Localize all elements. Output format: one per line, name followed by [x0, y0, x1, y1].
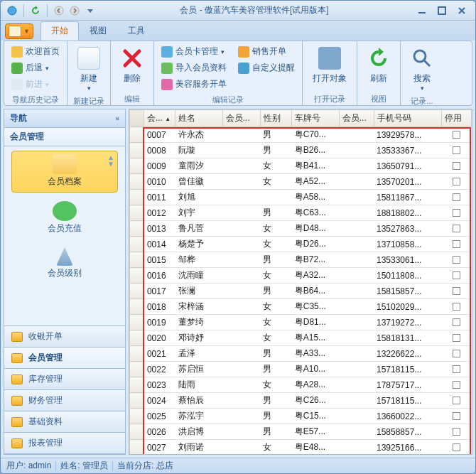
checkbox[interactable] [453, 443, 460, 451]
checkbox[interactable] [453, 256, 460, 264]
table-row[interactable]: 0010曾佳徽女粤A52...13570201... [130, 174, 472, 190]
checkbox[interactable] [453, 397, 460, 404]
table-row[interactable]: 0025苏泓宇男粤C15...13660022... [130, 409, 472, 424]
column-header[interactable]: 姓名 [175, 110, 222, 127]
new-button[interactable]: 新建 ▾ [72, 44, 106, 93]
import-button[interactable]: 导入会员资料 [158, 60, 229, 75]
column-header[interactable]: 性别 [260, 110, 291, 127]
row-header[interactable] [130, 158, 144, 174]
table-row[interactable]: 0016沈雨瞳女粤A32...15011808... [130, 268, 472, 284]
tab-view[interactable]: 视图 [79, 21, 117, 41]
row-header[interactable] [130, 377, 144, 393]
row-header[interactable] [130, 393, 144, 409]
tab-tools[interactable]: 工具 [117, 21, 156, 41]
minimize-button[interactable] [413, 4, 431, 17]
sidebar-item[interactable]: 收银开单 [4, 326, 125, 348]
row-header[interactable] [130, 346, 144, 362]
checkbox[interactable] [453, 193, 460, 201]
row-header[interactable] [130, 221, 144, 237]
close-button[interactable] [453, 4, 471, 17]
checkbox[interactable] [453, 209, 460, 217]
row-header[interactable] [130, 237, 144, 252]
row-header[interactable] [130, 315, 144, 330]
checkbox[interactable] [453, 271, 460, 279]
table-row[interactable]: 0020邓诗妤女粤A15...15818131... [130, 330, 472, 346]
row-header[interactable] [130, 299, 144, 315]
card-updown[interactable]: ▲▼ [107, 154, 114, 167]
checkbox[interactable] [453, 303, 460, 311]
row-header[interactable] [130, 362, 144, 377]
table-row[interactable]: 0007许永杰男粤C70...13929578... [130, 127, 472, 143]
column-header[interactable]: 车牌号 [292, 110, 339, 127]
forward-button[interactable]: 前进▾ [9, 77, 63, 92]
row-header[interactable] [130, 174, 144, 190]
collapse-icon[interactable]: « [115, 114, 119, 122]
table-row[interactable]: 0023陆雨女粤A28...17875717... [130, 377, 472, 393]
open-object-button[interactable]: 打开对象 [307, 44, 352, 86]
checkbox[interactable] [453, 240, 460, 248]
table-row[interactable]: 0026洪启博男粤E57...15858857... [130, 424, 472, 440]
checkbox[interactable] [453, 412, 460, 420]
table-row[interactable]: 0022苏启恒男粤A10...15718115... [130, 362, 472, 377]
checkbox[interactable] [453, 287, 460, 295]
table-row[interactable]: 0012刘宇男粤C63...18818802... [130, 205, 472, 221]
checkbox[interactable] [453, 350, 460, 357]
checkbox[interactable] [453, 225, 460, 232]
checkbox[interactable] [453, 428, 460, 436]
row-header[interactable] [130, 440, 144, 455]
column-header[interactable]: 手机号码 [374, 110, 441, 127]
card-member-archive[interactable]: ▲▼ 会员档案 [11, 151, 118, 193]
table-row[interactable]: 0017张澜男粤B64...15815857... [130, 284, 472, 299]
table-row[interactable]: 0008阮璇男粤B26...13533367... [130, 143, 472, 158]
sidebar-item[interactable]: 报表管理 [4, 433, 125, 454]
app-icon[interactable] [5, 4, 19, 18]
row-header[interactable] [130, 424, 144, 440]
sidebar-item[interactable]: 财务管理 [4, 390, 125, 411]
delete-button[interactable]: 删除 [115, 44, 149, 86]
row-header[interactable] [130, 127, 144, 143]
table-row[interactable]: 0013鲁凡菅女粤D48...13527863... [130, 221, 472, 237]
refresh-button[interactable]: 刷新 [362, 44, 396, 86]
row-header[interactable] [130, 143, 144, 158]
column-header[interactable]: 会员... [222, 110, 260, 127]
grid-table[interactable]: 会... ▲姓名会员...性别车牌号会员...手机号码停用 0007许永杰男粤C… [129, 109, 472, 454]
card-manage-button[interactable]: 会员卡管理▾ [158, 44, 229, 59]
welcome-home-button[interactable]: 欢迎首页 [9, 44, 63, 59]
row-header[interactable] [130, 330, 144, 346]
row-header[interactable] [130, 409, 144, 424]
sale-order-button[interactable]: 销售开单 [235, 44, 298, 59]
checkbox[interactable] [453, 162, 460, 170]
row-header[interactable] [130, 190, 144, 205]
table-row[interactable]: 0021孟泽男粤A33...13226622... [130, 346, 472, 362]
tab-start[interactable]: 开始 [40, 21, 79, 41]
refresh-icon[interactable] [28, 4, 43, 18]
back-icon[interactable] [52, 4, 66, 18]
row-header[interactable] [130, 284, 144, 299]
card-member-recharge[interactable]: 会员充值 [11, 198, 118, 239]
column-header[interactable]: 会员... [339, 110, 374, 127]
checkbox[interactable] [453, 146, 460, 154]
checkbox[interactable] [453, 131, 460, 139]
table-row[interactable]: 0011刘旭粤A58...15811867... [130, 190, 472, 205]
table-row[interactable]: 0009童雨汐女粤B41...13650791... [130, 158, 472, 174]
sidebar-item[interactable]: 库存管理 [4, 369, 125, 390]
qat-dropdown-icon[interactable] [83, 4, 97, 18]
table-row[interactable]: 0019董梦绮女粤D81...13719272... [130, 315, 472, 330]
checkbox[interactable] [453, 365, 460, 373]
custom-remind-button[interactable]: 自定义提醒 [235, 60, 298, 75]
table-row[interactable]: 0014杨楚予女粤D26...13710858... [130, 237, 472, 252]
back-button[interactable]: 后退▾ [9, 60, 63, 75]
file-menu-button[interactable]: ▼ [5, 23, 33, 39]
column-header[interactable]: 会... ▲ [144, 110, 175, 127]
checkbox[interactable] [453, 381, 460, 389]
search-button[interactable]: 搜索 ▾ [405, 44, 439, 93]
table-row[interactable]: 0018宋梓涵女粤C35...15102029... [130, 299, 472, 315]
column-header[interactable]: 停用 [441, 110, 471, 127]
sidebar-item[interactable]: 会员管理 [4, 348, 125, 369]
maximize-button[interactable] [433, 4, 451, 17]
corner-cell[interactable] [130, 110, 144, 127]
checkbox[interactable] [453, 178, 460, 185]
checkbox[interactable] [453, 334, 460, 342]
card-member-level[interactable]: 会员级别 [11, 244, 118, 284]
table-row[interactable]: 0024蔡怡辰男粤C26...15718115... [130, 393, 472, 409]
